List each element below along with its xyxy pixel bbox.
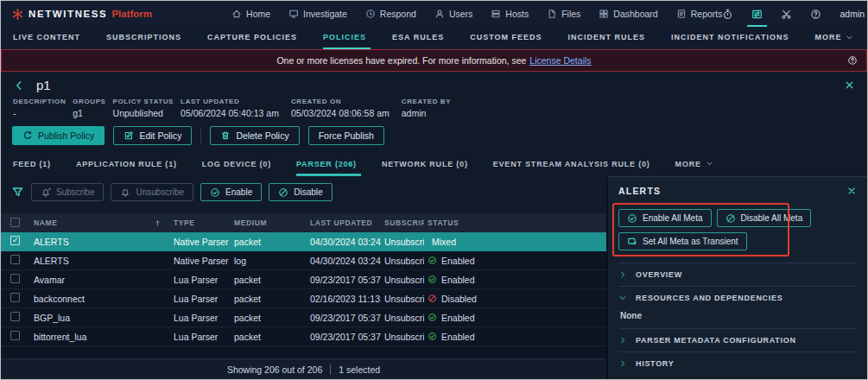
- cell-status: Enabled: [424, 256, 606, 266]
- cell-name: BGP_lua: [30, 313, 170, 323]
- field-label: DESCRIPTION: [13, 98, 66, 105]
- section-label: OVERVIEW: [636, 270, 682, 279]
- field-label: LAST UPDATED: [181, 98, 284, 105]
- column-name[interactable]: NAME: [30, 218, 170, 227]
- cell-last-updated: 09/23/2017 05:37:0...: [307, 313, 381, 323]
- timer-icon[interactable]: [722, 9, 733, 20]
- subnav-subscriptions[interactable]: SUBSCRIPTIONS: [106, 27, 186, 49]
- filter-toggle[interactable]: [11, 186, 24, 199]
- panel-section: PARSER METADATA CONFIGURATION: [618, 328, 857, 352]
- tab-application-rule[interactable]: APPLICATION RULE (1): [76, 154, 181, 176]
- tab-feed[interactable]: FEED (1): [13, 154, 55, 176]
- subnav-incident-rules[interactable]: INCIDENT RULES: [568, 27, 650, 49]
- nav-files[interactable]: Files: [547, 9, 580, 19]
- toolbar-button-label: Enable: [225, 187, 252, 197]
- panel-sections: OVERVIEW RESOURCES AND DEPENDENCIES None: [618, 263, 857, 375]
- nav-home[interactable]: Home: [231, 9, 270, 19]
- tab-network-rule[interactable]: NETWORK RULE (0): [382, 154, 472, 176]
- column-subscribed[interactable]: SUBSCRIP...: [381, 218, 424, 227]
- policy-field: CREATED BY admin: [402, 98, 451, 118]
- publish-policy-button[interactable]: Publish Policy: [12, 126, 105, 145]
- subnav-custom-feeds[interactable]: CUSTOM FEEDS: [470, 27, 546, 49]
- subnav-policies[interactable]: POLICIES: [323, 27, 371, 49]
- row-checkbox[interactable]: [10, 293, 20, 302]
- admin-menu[interactable]: admin: [839, 9, 868, 19]
- enable-button[interactable]: Enable: [200, 183, 262, 201]
- field-label: CREATED ON: [291, 98, 395, 105]
- subnav-esa-rules[interactable]: ESA RULES: [392, 27, 448, 49]
- nav-item-label: Home: [246, 9, 270, 19]
- enable-all-meta-button[interactable]: Enable All Meta: [618, 209, 712, 227]
- set-all-meta-transient-button[interactable]: Set All Meta as Transient: [618, 232, 747, 250]
- nav-item-label: Users: [449, 9, 472, 19]
- back-button[interactable]: [13, 79, 25, 92]
- delete-policy-button[interactable]: Delete Policy: [210, 126, 299, 145]
- field-value: 05/03/2024 08:06:58 am: [291, 108, 395, 118]
- subscribe-icon: [41, 187, 51, 198]
- cell-name: bittorrent_lua: [30, 332, 170, 342]
- subnav-capture-policies[interactable]: CAPTURE POLICIES: [207, 27, 301, 49]
- tab-more[interactable]: MORE: [675, 154, 713, 176]
- help-icon[interactable]: [847, 55, 858, 66]
- field-label: POLICY STATUS: [113, 98, 174, 105]
- nav-dashboard[interactable]: Dashboard: [599, 9, 657, 19]
- column-medium[interactable]: MEDIUM: [231, 218, 307, 227]
- row-checkbox[interactable]: [10, 312, 20, 321]
- subnav-incident-notifications[interactable]: INCIDENT NOTIFICATIONS: [671, 27, 793, 49]
- section-resources-and-dependencies[interactable]: RESOURCES AND DEPENDENCIES: [618, 287, 857, 309]
- select-all-checkbox[interactable]: [10, 218, 20, 227]
- brand-logo[interactable]: NETWITNESS Platform: [11, 8, 152, 21]
- section-parser-metadata-configuration[interactable]: PARSER METADATA CONFIGURATION: [618, 329, 857, 352]
- table-row[interactable]: ALERTS Native Parser log 04/30/2024 03:2…: [1, 251, 606, 270]
- table-row[interactable]: ALERTS Native Parser packet 04/30/2024 0…: [1, 232, 606, 251]
- close-policy-button[interactable]: [844, 79, 855, 91]
- live-services-icon[interactable]: [751, 9, 763, 20]
- cell-type: Lua Parser: [170, 313, 231, 323]
- close-panel-button[interactable]: [846, 186, 857, 196]
- edit-policy-button[interactable]: Edit Policy: [113, 126, 192, 145]
- tab-parser[interactable]: PARSER (206): [296, 154, 361, 176]
- disable-all-meta-button[interactable]: Disable All Meta: [717, 209, 812, 227]
- subnav-live-content[interactable]: LIVE CONTENT: [13, 27, 85, 49]
- column-status[interactable]: STATUS: [424, 218, 606, 227]
- nav-respond[interactable]: Respond: [365, 9, 416, 19]
- column-last-updated[interactable]: LAST UPDATED: [307, 218, 381, 227]
- help-icon[interactable]: [810, 9, 821, 20]
- row-checkbox[interactable]: [10, 236, 20, 245]
- cell-medium: log: [231, 256, 307, 266]
- column-type[interactable]: TYPE: [170, 218, 231, 227]
- nav-users[interactable]: Users: [434, 9, 472, 19]
- table-row[interactable]: bittorrent_lua Lua Parser packet 09/23/2…: [1, 327, 606, 346]
- row-checkbox[interactable]: [10, 331, 20, 340]
- unsubscribe-button[interactable]: Unsubscribe: [111, 183, 193, 201]
- nav-investigate[interactable]: Investigate: [288, 9, 347, 19]
- table-row[interactable]: Avamar Lua Parser packet 09/23/2017 05:3…: [1, 270, 606, 289]
- subscribe-button[interactable]: Subscribe: [31, 183, 104, 201]
- status-text: Enabled: [441, 256, 475, 266]
- chevron-right-icon: [618, 336, 627, 345]
- disable-button[interactable]: Disable: [269, 183, 332, 201]
- force-publish-button[interactable]: Force Publish: [308, 126, 384, 145]
- circle-check-icon: [428, 275, 437, 284]
- subnav-item-label: INCIDENT RULES: [568, 33, 646, 41]
- section-history[interactable]: HISTORY: [618, 352, 857, 375]
- subnav-more[interactable]: MORE: [814, 27, 853, 49]
- tab-esa-rule[interactable]: EVENT STREAM ANALYSIS RULE (0): [493, 154, 655, 176]
- tab-label: EVENT STREAM ANALYSIS RULE (0): [493, 160, 650, 168]
- brand-suffix: Platform: [111, 9, 152, 19]
- panel-section: RESOURCES AND DEPENDENCIES None: [618, 286, 857, 328]
- table-row[interactable]: backconnect Lua Parser packet 02/16/2023…: [1, 289, 606, 308]
- cell-medium: packet: [231, 294, 307, 304]
- tools-icon[interactable]: [781, 9, 792, 20]
- section-overview[interactable]: OVERVIEW: [618, 263, 857, 286]
- tab-log-device[interactable]: LOG DEVICE (0): [202, 154, 276, 176]
- license-details-link[interactable]: License Details: [529, 55, 591, 66]
- nav-hosts[interactable]: Hosts: [491, 9, 529, 19]
- tab-label: LOG DEVICE (0): [202, 160, 271, 168]
- subnav-item-label: LIVE CONTENT: [13, 33, 80, 41]
- nav-reports[interactable]: Reports: [676, 9, 723, 19]
- row-checkbox[interactable]: [10, 274, 20, 283]
- table-row[interactable]: BGP_lua Lua Parser packet 09/23/2017 05:…: [1, 308, 606, 327]
- cell-name: Avamar: [30, 275, 170, 285]
- row-checkbox[interactable]: [10, 255, 20, 264]
